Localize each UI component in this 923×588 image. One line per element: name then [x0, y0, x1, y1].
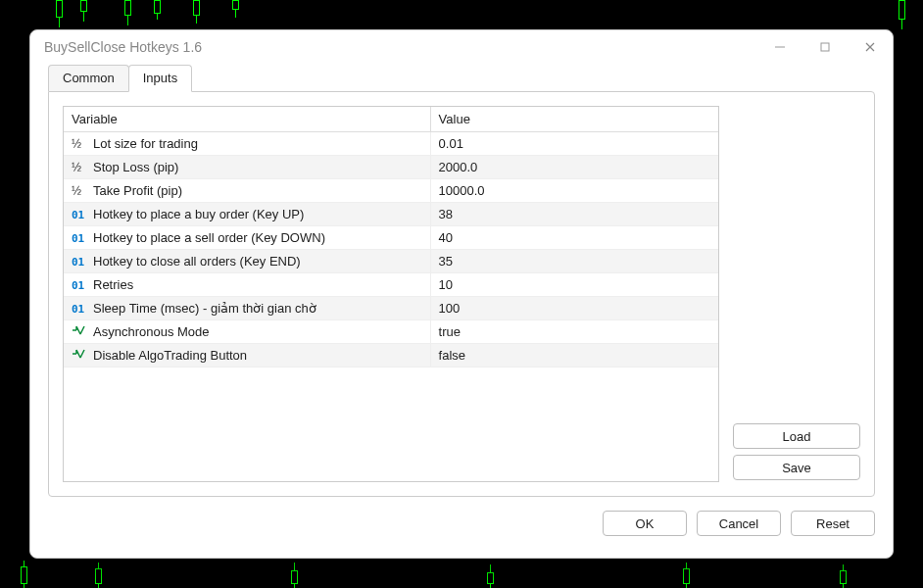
variable-label: Retries [93, 277, 133, 292]
cancel-button[interactable]: Cancel [697, 511, 781, 536]
variable-cell: ½Take Profit (pip) [64, 179, 430, 203]
variable-label: Stop Loss (pip) [93, 160, 178, 174]
variable-cell: 01Hotkey to place a sell order (Key DOWN… [64, 226, 430, 250]
value-cell[interactable]: 10 [430, 273, 718, 297]
value-cell[interactable]: 35 [430, 250, 718, 273]
variable-label: Hotkey to close all orders (Key END) [93, 254, 301, 269]
table-row[interactable]: 01Hotkey to place a buy order (Key UP)38 [64, 203, 718, 226]
value-cell[interactable]: 2000.0 [430, 156, 718, 179]
bool-icon [72, 324, 89, 336]
tab-inputs[interactable]: Inputs [128, 65, 192, 92]
variable-label: Lot size for trading [93, 136, 198, 151]
save-button[interactable]: Save [733, 455, 860, 480]
fraction-icon: ½ [72, 137, 89, 151]
settings-dialog: BuySellClose Hotkeys 1.6 Common Inputs V… [29, 29, 894, 559]
tab-common[interactable]: Common [48, 65, 129, 91]
value-cell[interactable]: 100 [430, 297, 718, 320]
bool-icon [72, 348, 89, 360]
variable-cell: 01Hotkey to close all orders (Key END) [64, 250, 430, 273]
integer-icon: 01 [72, 279, 89, 292]
variable-label: Disable AlgoTrading Button [93, 348, 247, 363]
variable-cell: 01Sleep Time (msec) - giảm thời gian chờ [64, 297, 430, 320]
value-cell[interactable]: 0.01 [430, 132, 718, 156]
reset-button[interactable]: Reset [791, 511, 875, 536]
table-row[interactable]: 01Hotkey to close all orders (Key END)35 [64, 250, 718, 273]
variable-label: Hotkey to place a buy order (Key UP) [93, 207, 304, 221]
side-button-panel: Load Save [733, 106, 860, 482]
integer-icon: 01 [72, 256, 89, 269]
integer-icon: 01 [72, 232, 89, 245]
table-row[interactable]: Disable AlgoTrading Buttonfalse [64, 344, 718, 368]
variable-cell: Disable AlgoTrading Button [64, 344, 430, 368]
integer-icon: 01 [72, 303, 89, 316]
load-button[interactable]: Load [733, 423, 860, 449]
col-variable[interactable]: Variable [64, 107, 430, 132]
maximize-icon [819, 41, 831, 53]
variable-label: Asynchronous Mode [93, 324, 210, 339]
variable-cell: ½Lot size for trading [64, 132, 430, 156]
fraction-icon: ½ [72, 184, 89, 198]
table-row[interactable]: ½Lot size for trading0.01 [64, 132, 718, 156]
ok-button[interactable]: OK [603, 511, 687, 536]
minimize-icon [774, 41, 786, 53]
fraction-icon: ½ [72, 161, 89, 174]
variable-label: Take Profit (pip) [93, 183, 182, 198]
variable-cell: Asynchronous Mode [64, 320, 430, 344]
close-button[interactable] [848, 30, 893, 64]
minimize-button[interactable] [757, 30, 802, 64]
close-icon [864, 41, 876, 53]
table-row[interactable]: ½Stop Loss (pip)2000.0 [64, 156, 718, 179]
tab-strip: Common Inputs [30, 64, 893, 91]
window-title: BuySellClose Hotkeys 1.6 [44, 39, 202, 55]
variable-cell: ½Stop Loss (pip) [64, 156, 430, 179]
table-row[interactable]: Asynchronous Modetrue [64, 320, 718, 344]
maximize-button[interactable] [802, 30, 848, 64]
value-cell[interactable]: 40 [430, 226, 718, 250]
inputs-table: Variable Value ½Lot size for trading0.01… [64, 107, 718, 368]
svg-rect-1 [821, 43, 829, 51]
table-row[interactable]: 01Retries10 [64, 273, 718, 297]
titlebar: BuySellClose Hotkeys 1.6 [30, 30, 893, 64]
value-cell[interactable]: false [430, 344, 718, 368]
variable-label: Hotkey to place a sell order (Key DOWN) [93, 230, 325, 245]
table-row[interactable]: ½Take Profit (pip)10000.0 [64, 179, 718, 203]
inputs-table-wrap: Variable Value ½Lot size for trading0.01… [63, 106, 719, 482]
variable-cell: 01Hotkey to place a buy order (Key UP) [64, 203, 430, 226]
value-cell[interactable]: 38 [430, 203, 718, 226]
value-cell[interactable]: true [430, 320, 718, 344]
value-cell[interactable]: 10000.0 [430, 179, 718, 203]
tab-content: Variable Value ½Lot size for trading0.01… [48, 91, 875, 497]
dialog-footer: OK Cancel Reset [30, 511, 893, 558]
table-row[interactable]: 01Sleep Time (msec) - giảm thời gian chờ… [64, 297, 718, 320]
variable-cell: 01Retries [64, 273, 430, 297]
table-row[interactable]: 01Hotkey to place a sell order (Key DOWN… [64, 226, 718, 250]
variable-label: Sleep Time (msec) - giảm thời gian chờ [93, 301, 316, 316]
table-empty-area [64, 368, 718, 481]
integer-icon: 01 [72, 209, 89, 221]
col-value[interactable]: Value [430, 107, 718, 132]
